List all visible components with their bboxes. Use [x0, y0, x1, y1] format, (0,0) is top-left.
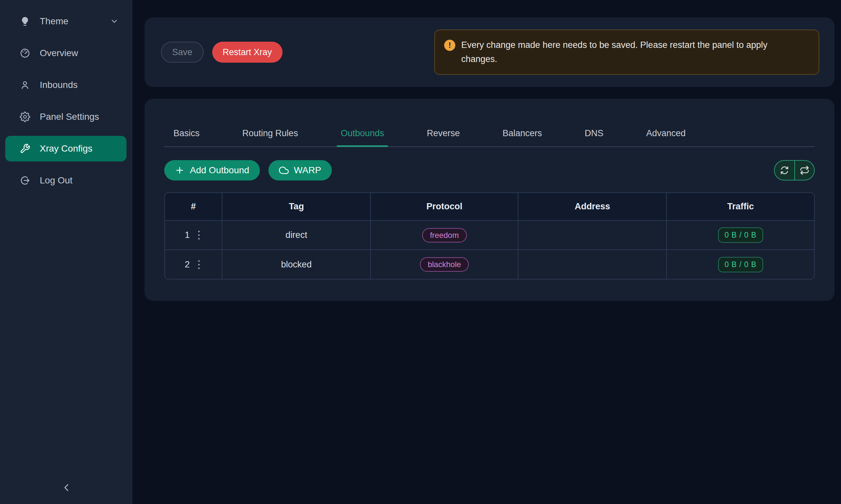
restart-xray-button[interactable]: Restart Xray [212, 42, 282, 63]
tag-cell: direct [222, 220, 371, 250]
gear-icon [20, 111, 30, 122]
protocol-badge: blackhole [420, 257, 469, 272]
column-header-index: # [165, 193, 222, 220]
xray-configs-card: Basics Routing Rules Outbounds Reverse B… [144, 99, 835, 301]
logout-icon [20, 175, 30, 186]
actions-row: Add Outbound WARP [164, 160, 815, 180]
tab-balancers[interactable]: Balancers [499, 128, 546, 146]
tab-reverse[interactable]: Reverse [423, 128, 464, 146]
table-row: 1 direct freedom 0 B / 0 B [165, 220, 814, 250]
column-header-traffic: Traffic [667, 193, 814, 220]
address-cell [518, 250, 667, 279]
wrench-icon [20, 143, 30, 154]
column-header-address: Address [518, 193, 667, 220]
tab-dns[interactable]: DNS [581, 128, 607, 146]
sidebar-item-overview[interactable]: Overview [5, 40, 126, 66]
warning-alert-text: Every change made here needs to be saved… [461, 38, 803, 66]
warp-label: WARP [294, 165, 321, 176]
tab-basics[interactable]: Basics [170, 128, 204, 146]
sidebar-item-theme[interactable]: Theme [5, 8, 126, 34]
sidebar-item-inbounds[interactable]: Inbounds [5, 72, 126, 98]
row-index: 2 [185, 259, 190, 270]
bulb-icon [20, 16, 30, 26]
cloud-icon [279, 165, 289, 175]
traffic-badge: 0 B / 0 B [718, 228, 763, 243]
column-header-protocol: Protocol [371, 193, 518, 220]
tab-advanced[interactable]: Advanced [642, 128, 689, 146]
row-index: 1 [185, 230, 190, 240]
tab-outbounds[interactable]: Outbounds [337, 128, 388, 146]
sidebar-item-label: Inbounds [40, 80, 78, 90]
row-menu-icon[interactable] [196, 258, 202, 271]
sidebar-item-label: Log Out [40, 175, 73, 186]
sync-icon[interactable] [775, 161, 794, 180]
warp-button[interactable]: WARP [269, 160, 332, 180]
add-outbound-label: Add Outbound [190, 165, 250, 176]
warning-icon: ! [444, 40, 455, 51]
tag-cell: blocked [222, 250, 371, 279]
refresh-button-group [774, 160, 815, 180]
warning-alert: ! Every change made here needs to be sav… [434, 30, 819, 75]
table-row: 2 blocked blackhole 0 B / 0 B [165, 250, 814, 279]
column-header-tag: Tag [222, 193, 371, 220]
sidebar-item-label: Theme [40, 16, 68, 26]
traffic-badge: 0 B / 0 B [718, 257, 763, 272]
gauge-icon [20, 48, 30, 58]
sidebar-item-label: Xray Configs [40, 143, 92, 154]
chevron-left-icon [61, 482, 72, 493]
sidebar: Theme Overview Inbounds Panel Settings [0, 0, 132, 504]
sidebar-item-label: Overview [40, 48, 78, 58]
sidebar-item-xray-configs[interactable]: Xray Configs [5, 136, 126, 161]
add-outbound-button[interactable]: Add Outbound [164, 160, 260, 180]
tab-routing-rules[interactable]: Routing Rules [239, 128, 302, 146]
toolbar-card: Save Restart Xray ! Every change made he… [144, 17, 835, 87]
plus-icon [175, 165, 185, 175]
protocol-badge: freedom [422, 228, 467, 242]
sidebar-item-label: Panel Settings [40, 111, 99, 122]
chevron-down-icon [110, 17, 119, 25]
row-menu-icon[interactable] [196, 229, 202, 241]
sidebar-item-panel-settings[interactable]: Panel Settings [5, 104, 126, 130]
outbounds-table: # Tag Protocol Address Traffic 1 direct [164, 192, 815, 280]
address-cell [518, 220, 667, 250]
repeat-icon[interactable] [794, 161, 814, 180]
tabs-bar: Basics Routing Rules Outbounds Reverse B… [164, 128, 815, 147]
user-icon [20, 80, 30, 90]
table-header-row: # Tag Protocol Address Traffic [165, 193, 814, 220]
sidebar-nav: Theme Overview Inbounds Panel Settings [0, 0, 132, 193]
save-button[interactable]: Save [161, 42, 204, 63]
sidebar-collapse-button[interactable] [56, 477, 77, 498]
sidebar-item-log-out[interactable]: Log Out [5, 168, 126, 193]
